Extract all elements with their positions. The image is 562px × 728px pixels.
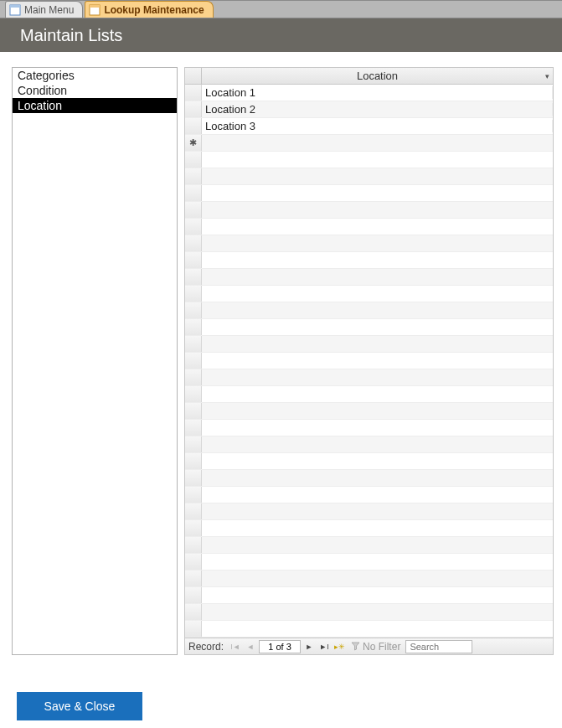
column-dropdown-icon[interactable]: ▾ — [545, 72, 549, 80]
table-empty-row[interactable] — [185, 621, 553, 638]
table-empty-row[interactable] — [185, 202, 553, 219]
funnel-icon — [351, 642, 360, 651]
row-selector[interactable] — [185, 168, 202, 184]
record-search-input[interactable] — [405, 640, 472, 653]
row-selector[interactable] — [185, 403, 202, 419]
row-selector[interactable] — [185, 319, 202, 335]
table-empty-row[interactable] — [185, 319, 553, 336]
row-selector[interactable] — [185, 453, 202, 469]
table-empty-row[interactable] — [185, 386, 553, 403]
table-empty-row[interactable] — [185, 470, 553, 487]
table-empty-row[interactable] — [185, 353, 553, 369]
table-empty-row[interactable] — [185, 604, 553, 621]
nav-last-icon[interactable]: ►I — [317, 640, 331, 653]
row-selector[interactable] — [185, 587, 202, 603]
table-empty-row[interactable] — [185, 302, 553, 319]
nav-first-icon[interactable]: I◄ — [229, 640, 242, 653]
row-selector[interactable] — [185, 152, 202, 168]
row-selector[interactable] — [185, 503, 202, 519]
select-all-corner[interactable] — [185, 68, 202, 84]
svg-rect-3 — [90, 5, 100, 8]
table-empty-row[interactable] — [185, 219, 553, 235]
table-empty-row[interactable] — [185, 554, 553, 571]
category-listbox[interactable]: CategoriesConditionLocation — [12, 67, 178, 655]
row-selector[interactable] — [185, 286, 202, 302]
list-item[interactable]: Categories — [13, 68, 177, 83]
filter-status[interactable]: No Filter — [351, 641, 400, 653]
row-selector[interactable] — [185, 353, 202, 369]
row-selector[interactable] — [185, 571, 202, 586]
list-item[interactable]: Condition — [13, 83, 177, 98]
save-close-button[interactable]: Save & Close — [17, 692, 142, 720]
row-selector[interactable] — [185, 420, 202, 436]
table-new-row[interactable]: ✱ — [185, 135, 553, 152]
row-selector[interactable] — [185, 621, 202, 637]
page-header: Maintain Lists — [0, 18, 562, 52]
table-empty-row[interactable] — [185, 453, 553, 470]
row-selector[interactable] — [185, 252, 202, 268]
row-selector[interactable] — [185, 302, 202, 318]
no-filter-label: No Filter — [363, 641, 400, 653]
row-selector[interactable] — [185, 604, 202, 620]
table-empty-row[interactable] — [185, 152, 553, 168]
row-selector[interactable] — [185, 85, 202, 101]
table-empty-row[interactable] — [185, 369, 553, 386]
row-selector[interactable] — [185, 369, 202, 385]
record-position-input[interactable] — [259, 640, 301, 653]
tab-bar: Main Menu Lookup Maintenance — [0, 0, 562, 18]
row-selector[interactable] — [185, 470, 202, 486]
table-row[interactable]: Location 2 — [185, 101, 553, 118]
row-selector[interactable] — [185, 202, 202, 218]
row-selector[interactable] — [185, 537, 202, 553]
svg-rect-1 — [10, 5, 20, 8]
row-selector[interactable] — [185, 235, 202, 251]
page-title: Maintain Lists — [20, 26, 122, 45]
table-empty-row[interactable] — [185, 252, 553, 269]
form-icon — [9, 4, 21, 16]
work-area: CategoriesConditionLocation Location ▾ L… — [0, 54, 562, 728]
table-empty-row[interactable] — [185, 571, 553, 587]
column-header-label: Location — [357, 70, 398, 82]
table-empty-row[interactable] — [185, 185, 553, 202]
table-empty-row[interactable] — [185, 520, 553, 537]
datasheet: Location ▾ Location 1Location 2Location … — [184, 67, 554, 655]
nav-prev-icon[interactable]: ◄ — [244, 640, 257, 653]
table-empty-row[interactable] — [185, 436, 553, 453]
row-selector[interactable] — [185, 185, 202, 201]
row-selector[interactable]: ✱ — [185, 135, 202, 151]
table-row[interactable]: Location 3 — [185, 118, 553, 135]
list-item[interactable]: Location — [13, 98, 177, 113]
tab-lookup-maintenance[interactable]: Lookup Maintenance — [85, 1, 213, 18]
nav-new-icon[interactable]: ▸✳ — [333, 640, 346, 653]
table-empty-row[interactable] — [185, 336, 553, 353]
table-empty-row[interactable] — [185, 420, 553, 436]
row-selector[interactable] — [185, 554, 202, 570]
row-selector[interactable] — [185, 436, 202, 452]
table-row[interactable]: Location 1 — [185, 85, 553, 101]
row-selector[interactable] — [185, 269, 202, 285]
table-empty-row[interactable] — [185, 503, 553, 520]
table-empty-row[interactable] — [185, 235, 553, 252]
table-empty-row[interactable] — [185, 269, 553, 286]
row-selector[interactable] — [185, 487, 202, 503]
nav-next-icon[interactable]: ► — [302, 640, 316, 653]
row-selector[interactable] — [185, 386, 202, 402]
tab-label: Main Menu — [24, 4, 74, 16]
cell-location[interactable]: Location 1 — [202, 86, 553, 99]
table-empty-row[interactable] — [185, 537, 553, 554]
tab-main-menu[interactable]: Main Menu — [5, 1, 83, 18]
row-selector[interactable] — [185, 336, 202, 352]
row-selector[interactable] — [185, 520, 202, 536]
table-empty-row[interactable] — [185, 168, 553, 185]
table-empty-row[interactable] — [185, 487, 553, 503]
cell-location[interactable]: Location 2 — [202, 103, 553, 116]
column-header-location[interactable]: Location ▾ — [202, 70, 553, 82]
grid-body[interactable]: Location 1Location 2Location 3✱ — [185, 85, 553, 638]
row-selector[interactable] — [185, 219, 202, 235]
cell-location[interactable]: Location 3 — [202, 120, 553, 132]
row-selector[interactable] — [185, 101, 202, 117]
table-empty-row[interactable] — [185, 286, 553, 302]
row-selector[interactable] — [185, 118, 202, 134]
table-empty-row[interactable] — [185, 403, 553, 420]
table-empty-row[interactable] — [185, 587, 553, 604]
